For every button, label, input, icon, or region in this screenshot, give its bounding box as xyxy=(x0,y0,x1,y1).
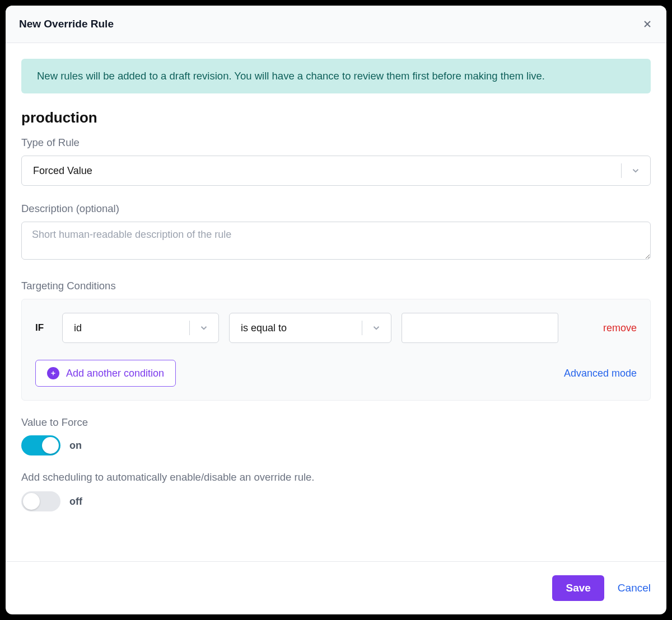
add-condition-label: Add another condition xyxy=(66,368,164,379)
save-button[interactable]: Save xyxy=(552,575,604,601)
targeting-conditions-box: IF id is equal to xyxy=(21,299,651,401)
value-to-force-toggle[interactable] xyxy=(21,435,60,455)
type-of-rule-select[interactable]: Forced Value xyxy=(21,156,651,186)
if-label: IF xyxy=(35,322,52,334)
value-to-force-toggle-row: on xyxy=(21,435,651,455)
remove-condition-link[interactable]: remove xyxy=(603,322,637,334)
condition-value-input[interactable] xyxy=(402,313,558,343)
info-banner: New rules will be added to a draft revis… xyxy=(21,59,651,93)
condition-attribute-select[interactable]: id xyxy=(62,313,219,343)
value-to-force-state: on xyxy=(69,440,82,452)
description-label: Description (optional) xyxy=(21,203,651,215)
condition-row: IF id is equal to xyxy=(35,313,637,343)
conditions-footer: Add another condition Advanced mode xyxy=(35,360,637,387)
condition-operator-select[interactable]: is equal to xyxy=(229,313,391,343)
cancel-link[interactable]: Cancel xyxy=(618,582,651,594)
type-of-rule-value: Forced Value xyxy=(33,165,92,177)
advanced-mode-link[interactable]: Advanced mode xyxy=(564,368,637,379)
description-input[interactable] xyxy=(21,222,651,260)
scheduling-state: off xyxy=(69,496,82,508)
value-to-force-label: Value to Force xyxy=(21,416,651,429)
scheduling-toggle-row: off xyxy=(21,491,651,511)
environment-heading: production xyxy=(21,109,651,126)
add-condition-button[interactable]: Add another condition xyxy=(35,360,176,387)
targeting-conditions-label: Targeting Conditions xyxy=(21,280,651,292)
plus-icon xyxy=(47,367,59,379)
scheduling-label: Add scheduling to automatically enable/d… xyxy=(21,471,651,483)
condition-operator-value: is equal to xyxy=(241,322,287,334)
modal-header: New Override Rule xyxy=(6,6,666,43)
scheduling-toggle[interactable] xyxy=(21,491,60,511)
modal-title: New Override Rule xyxy=(19,18,114,30)
close-icon[interactable] xyxy=(642,18,653,30)
condition-attribute-value: id xyxy=(74,322,82,334)
override-rule-modal: New Override Rule New rules will be adde… xyxy=(6,6,666,614)
type-of-rule-label: Type of Rule xyxy=(21,137,651,149)
modal-footer: Save Cancel xyxy=(6,561,666,614)
modal-body: New rules will be added to a draft revis… xyxy=(6,43,666,561)
